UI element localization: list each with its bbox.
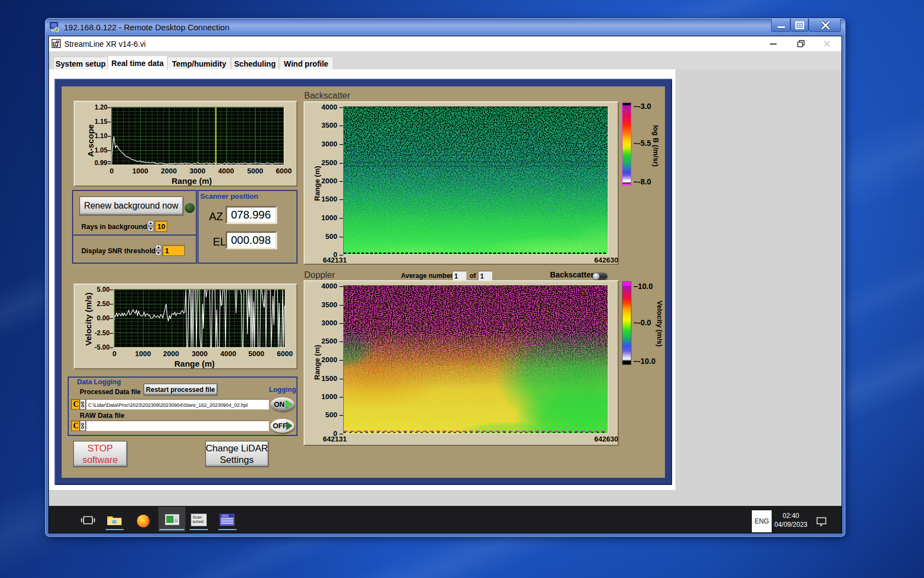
svg-text:sched: sched (193, 519, 204, 524)
svg-text:WEEK: WEEK (222, 515, 229, 517)
